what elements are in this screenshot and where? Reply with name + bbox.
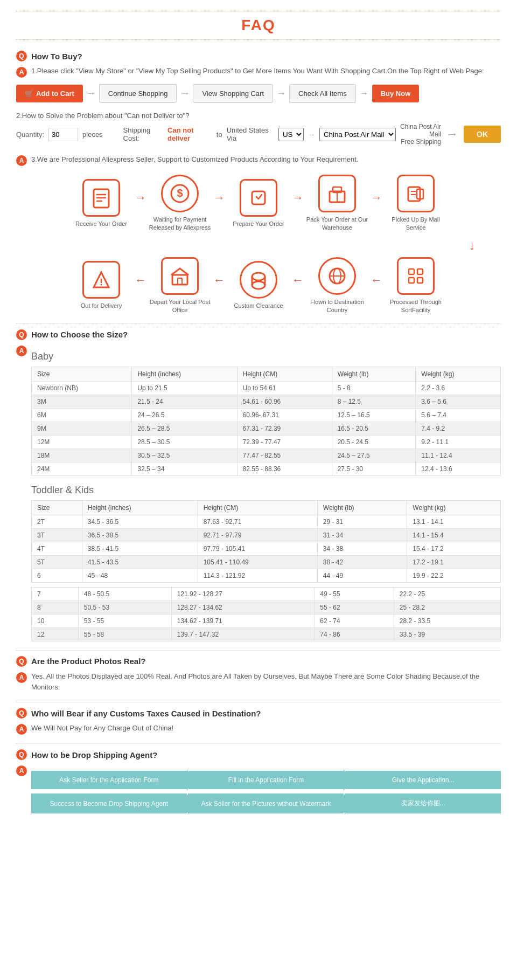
down-arrow-icon: ↓ bbox=[469, 239, 475, 253]
answer-customs-text: We Will Not Pay for Any Charge Out of Ch… bbox=[31, 723, 173, 734]
quantity-label: Quantity: bbox=[16, 130, 44, 139]
answer-size: A Baby Size Height (inches) Height (CM) … bbox=[16, 344, 501, 641]
depart-post-label: Depart Your Local Post Office bbox=[148, 298, 212, 315]
picked-up-label: Picked Up By Mail Service bbox=[383, 216, 448, 232]
question-photos: Q Are the Product Photos Real? bbox=[16, 650, 501, 667]
question-size-text: How to Choose the Size? bbox=[31, 330, 128, 339]
quantity-input[interactable] bbox=[48, 128, 78, 141]
question-size: Q How to Choose the Size? bbox=[16, 323, 501, 340]
flow-pack-order: Pack Your Order at Our Warehouse bbox=[305, 175, 369, 232]
flow-picked-up: Picked Up By Mail Service bbox=[383, 175, 448, 232]
table-row: 24M32.5 – 3482.55 - 88.3627.5 - 3012.4 -… bbox=[32, 462, 501, 475]
arrow-deliver: → bbox=[308, 130, 315, 139]
ok-button[interactable]: OK bbox=[464, 126, 501, 143]
size-tables-container: Baby Size Height (inches) Height (CM) We… bbox=[31, 344, 501, 641]
svg-text:$: $ bbox=[177, 187, 183, 199]
flown-label: Flown to Destination Country bbox=[305, 298, 369, 315]
toddler-size-table: Size Height (inches) Height (CM) Weight … bbox=[31, 500, 501, 583]
cannot-deliver-text: Can not deliver bbox=[167, 126, 212, 142]
answer-3: A 3.We are Professional Aliexpress Selle… bbox=[16, 154, 501, 166]
flow-out-delivery: Out for Delivery bbox=[69, 261, 134, 310]
toddler-header-size: Size bbox=[32, 500, 82, 515]
answer-dropship: A Ask Seller for the Application Form Fi… bbox=[16, 764, 501, 813]
add-to-cart-button[interactable]: 🛒 Add to Cart bbox=[16, 85, 83, 102]
table-row: 3T36.5 - 38.592.71 - 97.7931 - 3414.1 - … bbox=[32, 528, 501, 542]
flow-down-arrow: ↓ bbox=[16, 237, 501, 255]
depart-post-icon bbox=[161, 257, 199, 295]
answer-1-text: 1.Please click "View My Store" or "View … bbox=[31, 66, 484, 77]
dropship-btn-3[interactable]: Give the Application... bbox=[345, 771, 501, 789]
dropship-buttons-container: Ask Seller for the Application Form Fill… bbox=[31, 764, 501, 813]
shipping-method-text: China Post Air Mail bbox=[400, 123, 441, 138]
dropship-row-1: Ask Seller for the Application Form Fill… bbox=[31, 771, 501, 789]
baby-size-table: Size Height (inches) Height (CM) Weight … bbox=[31, 367, 501, 476]
flown-icon bbox=[318, 257, 356, 295]
flow-arrow-1: → bbox=[135, 191, 146, 205]
table-row: 1053 - 55134.62 - 139.7162 - 7428.2 - 33… bbox=[32, 614, 501, 627]
baby-header-weight-kg: Weight (kg) bbox=[416, 367, 501, 381]
baby-header-size: Size bbox=[32, 367, 132, 381]
dropship-btn-6[interactable]: 卖家发给你图... bbox=[345, 793, 501, 813]
waiting-payment-label: Waiting for Payment Released by Aliexpre… bbox=[148, 216, 212, 232]
table-row: 12M28.5 – 30.572.39 - 77.4720.5 - 24.59.… bbox=[32, 435, 501, 448]
order-flow-row-2: Out for Delivery ← Depart Your Local Pos… bbox=[16, 257, 501, 315]
table-row: 748 - 50.5121.92 - 128.2749 - 5522.2 - 2… bbox=[32, 587, 501, 601]
answer-photos: A Yes. All the Photos Displayed are 100%… bbox=[16, 671, 501, 694]
to-text: to bbox=[216, 130, 222, 139]
cart-icon: 🛒 bbox=[25, 89, 33, 98]
q-icon-size: Q bbox=[16, 329, 27, 340]
svg-rect-17 bbox=[172, 275, 187, 285]
dropship-btn-5[interactable]: Ask Seller for the Pictures without Wate… bbox=[188, 793, 344, 813]
faq-title: FAQ bbox=[16, 11, 501, 40]
svg-point-16 bbox=[101, 284, 102, 286]
flow-processed: Processed Through SortFacility bbox=[383, 257, 448, 315]
baby-header-height-in: Height (inches) bbox=[132, 367, 237, 381]
svg-point-22 bbox=[252, 281, 265, 289]
a-icon-1: A bbox=[16, 67, 27, 78]
table-row: 3M21.5 - 2454.61 - 60.968 – 12.53.6 – 5.… bbox=[32, 395, 501, 408]
table-row: 6M24 – 26.560.96- 67.3112.5 – 16.55.6 – … bbox=[32, 408, 501, 422]
flow-arrow-r1: ← bbox=[135, 273, 146, 287]
view-cart-button[interactable]: View Shopping Cart bbox=[193, 84, 273, 103]
deliver-right: China Post Air Mail Free Shipping → OK bbox=[400, 123, 501, 146]
q-icon-dropship: Q bbox=[16, 749, 27, 760]
table-row: 645 - 48114.3 - 121.9244 - 4919.9 - 22.2 bbox=[32, 569, 501, 582]
a-icon-customs: A bbox=[16, 724, 27, 735]
processed-icon bbox=[397, 257, 435, 295]
table-row: 5T41.5 - 43.5105.41 - 110.4938 - 4217.2 … bbox=[32, 555, 501, 569]
arrow-3: → bbox=[276, 88, 286, 99]
toddler-category: Toddler & Kids bbox=[31, 485, 501, 496]
toddler-header-weight-kg: Weight (kg) bbox=[407, 500, 501, 515]
svg-rect-28 bbox=[409, 278, 414, 283]
arrow-ok: → bbox=[446, 127, 458, 141]
question-1-text: How To Buy? bbox=[31, 52, 82, 61]
arrow-2: → bbox=[180, 88, 190, 99]
a-icon-3: A bbox=[16, 155, 27, 166]
baby-category: Baby bbox=[31, 351, 501, 362]
continue-shopping-button[interactable]: Continue Shopping bbox=[99, 84, 177, 103]
answer-customs: A We Will Not Pay for Any Charge Out of … bbox=[16, 723, 501, 735]
deliver-row: Quantity: pieces Shipping Cost: Can not … bbox=[16, 123, 501, 146]
country-select[interactable]: US bbox=[278, 128, 304, 141]
toddler-header-height-cm: Height (CM) bbox=[198, 500, 317, 515]
flow-arrow-4: → bbox=[371, 191, 382, 205]
buy-now-button[interactable]: Buy Now bbox=[372, 85, 420, 102]
question-dropship-text: How to be Drop Shipping Agent? bbox=[31, 750, 157, 760]
shipping-select[interactable]: China Post Air Mail bbox=[319, 128, 396, 141]
arrow-1: → bbox=[86, 88, 96, 99]
dropship-btn-2[interactable]: Fill in the Application Form bbox=[188, 771, 344, 789]
question-customs-text: Who will Bear if any Customs Taxes Cause… bbox=[31, 709, 261, 718]
pieces-label: pieces bbox=[82, 130, 103, 139]
flow-receive-order: Receive Your Order bbox=[69, 179, 134, 228]
table-row: 9M26.5 – 28.567.31 - 72.3916.5 - 20.57.4… bbox=[32, 422, 501, 435]
table-row: 850.5 - 53128.27 - 134.6255 - 6225 - 28.… bbox=[32, 601, 501, 614]
toddler-header-height-in: Height (inches) bbox=[82, 500, 198, 515]
dropship-btn-1[interactable]: Ask Seller for the Application Form bbox=[31, 771, 187, 789]
dropship-btn-4[interactable]: Success to Become Drop Shipping Agent bbox=[31, 793, 187, 813]
a-icon-size: A bbox=[16, 346, 27, 356]
q-icon-1: Q bbox=[16, 51, 27, 61]
check-all-button[interactable]: Check All Items bbox=[289, 84, 356, 103]
processed-label: Processed Through SortFacility bbox=[383, 298, 448, 315]
prepare-order-label: Prepare Your Order bbox=[233, 220, 284, 228]
buy-flow: 🛒 Add to Cart → Continue Shopping → View… bbox=[16, 84, 501, 103]
